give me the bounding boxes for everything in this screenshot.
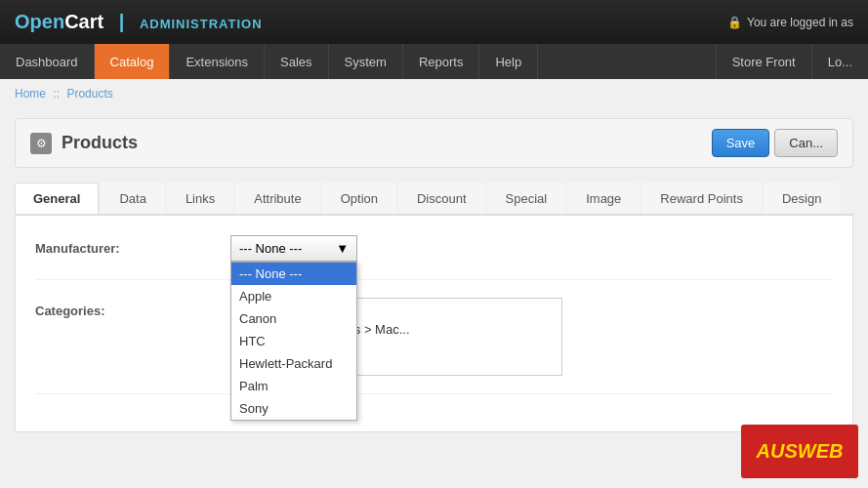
manufacturer-option-none[interactable]: --- None --- <box>231 263 356 285</box>
nav-reports[interactable]: Reports <box>403 44 480 79</box>
categories-row: Categories: ...ooks Laptops & Notebooks … <box>35 298 833 394</box>
tab-general[interactable]: General <box>15 183 99 214</box>
page-header-left: ⚙ Products <box>30 133 138 154</box>
tab-attribute[interactable]: Attribute <box>235 183 319 214</box>
nav-catalog[interactable]: Catalog <box>95 44 171 79</box>
cancel-button[interactable]: Can... <box>774 129 838 157</box>
form-area: Manufacturer: --- None --- ▼ --- None --… <box>15 216 853 432</box>
nav-dashboard[interactable]: Dashboard <box>0 44 95 79</box>
tab-option[interactable]: Option <box>322 183 396 214</box>
tab-discount[interactable]: Discount <box>398 183 485 214</box>
header: OpenCart | ADMINISTRATION 🔒 You are logg… <box>0 0 868 44</box>
breadcrumb-home[interactable]: Home <box>15 87 46 101</box>
logo-cart: Cart <box>64 11 103 32</box>
breadcrumb-separator: :: <box>53 87 62 101</box>
manufacturer-label: Manufacturer: <box>35 235 230 256</box>
manufacturer-option-hewlett[interactable]: Hewlett-Packard <box>231 352 356 375</box>
lock-icon: 🔒 <box>727 16 742 29</box>
manufacturer-option-canon[interactable]: Canon <box>231 307 356 330</box>
page-header-actions: Save Can... <box>712 129 838 157</box>
header-admin-text: ADMINISTRATION <box>140 17 263 31</box>
tab-design[interactable]: Design <box>764 183 840 214</box>
dropdown-arrow-icon: ▼ <box>336 241 349 256</box>
nav-help[interactable]: Help <box>479 44 538 79</box>
tab-image[interactable]: Image <box>567 183 640 214</box>
tab-links[interactable]: Links <box>167 183 233 214</box>
breadcrumb-products[interactable]: Products <box>66 87 112 101</box>
tab-reward-points[interactable]: Reward Points <box>641 183 762 214</box>
manufacturer-option-sony[interactable]: Sony <box>231 397 356 420</box>
nav-right: Store Front Lo... <box>716 44 868 79</box>
header-user-info: 🔒 You are logged in as <box>727 16 853 29</box>
ausweb-logo: AUSWEB <box>741 425 858 478</box>
tab-data[interactable]: Data <box>101 183 164 214</box>
nav-sales[interactable]: Sales <box>265 44 329 79</box>
manufacturer-field: --- None --- ▼ --- None --- Apple Canon … <box>230 235 833 262</box>
nav-storefront[interactable]: Store Front <box>716 44 811 79</box>
header-separator: | <box>119 11 125 32</box>
ausweb-text: AUSWEB <box>757 440 844 463</box>
logged-in-text: You are logged in as <box>747 16 853 29</box>
logo: OpenCart | ADMINISTRATION <box>15 11 263 33</box>
logo-open: Open <box>15 11 64 32</box>
navigation: Dashboard Catalog Extensions Sales Syste… <box>0 44 868 79</box>
manufacturer-option-htc[interactable]: HTC <box>231 330 356 352</box>
page-title: Products <box>62 133 138 153</box>
nav-logout[interactable]: Lo... <box>811 44 868 79</box>
page-header: ⚙ Products Save Can... <box>15 118 853 168</box>
tab-bar: General Data Links Attribute Option Disc… <box>15 183 853 216</box>
manufacturer-dropdown-menu: --- None --- Apple Canon HTC Hewlett-Pac… <box>230 262 357 421</box>
nav-system[interactable]: System <box>329 44 403 79</box>
save-button[interactable]: Save <box>712 129 770 157</box>
categories-label: Categories: <box>35 298 230 318</box>
page-container: ⚙ Products Save Can... General Data Link… <box>0 108 868 442</box>
manufacturer-dropdown-container: --- None --- ▼ --- None --- Apple Canon … <box>230 235 357 262</box>
manufacturer-option-apple[interactable]: Apple <box>231 285 356 307</box>
manufacturer-row: Manufacturer: --- None --- ▼ --- None --… <box>35 235 833 280</box>
breadcrumb: Home :: Products <box>0 79 868 108</box>
manufacturer-select[interactable]: --- None --- ▼ <box>230 235 357 262</box>
manufacturer-selected-value: --- None --- <box>239 241 302 256</box>
ausweb-web: WEB <box>798 440 844 462</box>
nav-extensions[interactable]: Extensions <box>170 44 265 79</box>
settings-icon: ⚙ <box>30 133 52 154</box>
ausweb-aus: AUS <box>757 440 798 462</box>
manufacturer-option-palm[interactable]: Palm <box>231 375 356 397</box>
tab-special[interactable]: Special <box>487 183 566 214</box>
